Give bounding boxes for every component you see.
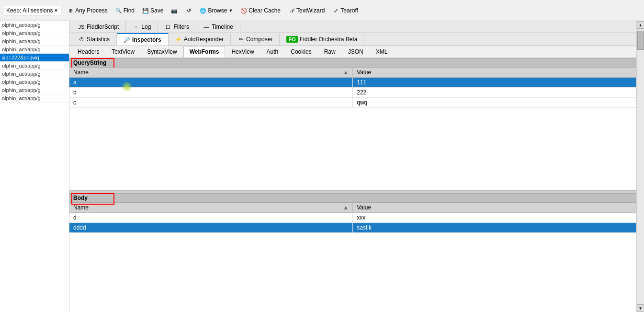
body-label: Body xyxy=(73,195,88,201)
left-panel-item[interactable]: olphin_act/app/g xyxy=(0,86,69,94)
subtab-textview[interactable]: TextView xyxy=(105,46,141,58)
qs-name-header: Name ▲ xyxy=(69,68,353,78)
find-icon: 🔍 xyxy=(115,7,122,14)
qs-row-name: a xyxy=(69,78,353,88)
tearoff-button[interactable]: ⤢ Tearoff xyxy=(330,6,360,15)
refresh-button[interactable]: ↺ xyxy=(183,6,194,15)
scroll-thumb[interactable] xyxy=(637,31,644,50)
tab-fiddlerscript[interactable]: JS FiddlerScript xyxy=(71,21,126,33)
tab-log-label: Log xyxy=(141,23,151,30)
inspectors-icon: 🔎 xyxy=(124,36,130,43)
table-row[interactable]: dddd sasl;k xyxy=(69,222,636,232)
tab-statistics-label: Statistics xyxy=(87,36,110,43)
qs-row-value: 222 xyxy=(353,88,636,98)
tab-fiddler-orchestra-label: Fiddler Orchestra Beta xyxy=(300,36,358,43)
body-row-name: dddd xyxy=(69,222,353,232)
body-row-value: xxx xyxy=(353,212,636,222)
clear-cache-label: Clear Cache xyxy=(249,7,281,14)
textwizard-label: TextWizard xyxy=(296,7,325,14)
left-panel-item-selected[interactable]: &b=222&c=qwq xyxy=(0,54,69,62)
scroll-up-arrow[interactable]: ▲ xyxy=(637,21,644,29)
querystring-table: Name ▲ Value a 111 xyxy=(69,68,636,108)
subtab-json[interactable]: JSON xyxy=(342,46,370,58)
left-panel: olphin_act/app/g olphin_act/app/g olphin… xyxy=(0,21,69,312)
body-header: Body xyxy=(69,193,636,203)
left-panel-item[interactable]: olphin_act/app/g xyxy=(0,70,69,78)
left-panel-item[interactable]: olphin_act/app/g xyxy=(0,21,69,29)
toolbar: Keep: All sessions ▼ ⊕ Any Process 🔍 Fin… xyxy=(0,0,644,21)
tab-timeline[interactable]: — Timeline xyxy=(196,21,240,33)
left-panel-item[interactable]: olphin_act/app/g xyxy=(0,62,69,70)
subtab-webforms[interactable]: WebForms xyxy=(183,46,226,58)
camera-button[interactable]: 📷 xyxy=(169,6,180,15)
querystring-table-wrapper[interactable]: Name ▲ Value a 111 xyxy=(69,68,636,190)
body-row-name: d xyxy=(69,212,353,222)
subtab-cookies[interactable]: Cookies xyxy=(284,46,317,58)
querystring-section: QueryString Name ▲ xyxy=(69,58,636,190)
filters-icon: ☐ xyxy=(165,23,171,30)
main-layout: olphin_act/app/g olphin_act/app/g olphin… xyxy=(0,21,644,312)
content-area: QueryString Name ▲ xyxy=(69,58,636,312)
tab-autoresponder[interactable]: ⚡ AutoResponder xyxy=(169,34,231,45)
table-row[interactable]: c qwq xyxy=(69,98,636,108)
querystring-label: QueryString xyxy=(73,59,106,66)
body-table-wrapper[interactable]: Name ▲ Value d xxx xyxy=(69,203,636,312)
body-section: Body Name ▲ Value xyxy=(69,193,636,312)
left-panel-item[interactable]: olphin_act/app/g xyxy=(0,46,69,54)
statistics-icon: ⏱ xyxy=(78,36,85,43)
tab-filters[interactable]: ☐ Filters xyxy=(158,21,196,33)
browse-arrow: ▼ xyxy=(228,8,233,13)
save-button[interactable]: 💾 Save xyxy=(140,6,165,15)
scroll-down-arrow[interactable]: ▼ xyxy=(637,304,644,312)
body-sort-arrow: ▲ xyxy=(343,204,349,211)
qs-row-name: b xyxy=(69,88,353,98)
crosshair-icon: ⊕ xyxy=(67,7,74,14)
body-row-value: sasl;k xyxy=(353,222,636,232)
subtab-raw[interactable]: Raw xyxy=(318,46,342,58)
tab-inspectors[interactable]: 🔎 Inspectors xyxy=(117,33,169,46)
subtab-auth[interactable]: Auth xyxy=(260,46,285,58)
clear-cache-button[interactable]: 🚫 Clear Cache xyxy=(238,6,282,15)
keep-sessions-dropdown[interactable]: Keep: All sessions ▼ xyxy=(3,6,61,15)
any-process-button[interactable]: ⊕ Any Process xyxy=(65,6,109,15)
save-label: Save xyxy=(150,7,163,14)
any-process-label: Any Process xyxy=(75,7,107,14)
tearoff-label: Tearoff xyxy=(340,7,358,14)
subtab-xml[interactable]: XML xyxy=(370,46,394,58)
refresh-icon: ↺ xyxy=(185,7,192,14)
left-panel-item[interactable]: olphin_act/app/g xyxy=(0,78,69,86)
qs-row-value: qwq xyxy=(353,98,636,108)
composer-icon: ✏ xyxy=(237,36,244,43)
timeline-icon: — xyxy=(203,23,210,30)
browse-dropdown[interactable]: 🌐 Browse ▼ xyxy=(198,6,235,15)
right-panel: JS FiddlerScript ≡ Log ☐ Filters — Timel… xyxy=(69,21,636,312)
subtab-hexview[interactable]: HexView xyxy=(225,46,260,58)
browse-label: Browse xyxy=(208,7,227,14)
tab-row-1: JS FiddlerScript ≡ Log ☐ Filters — Timel… xyxy=(69,21,636,33)
left-panel-item[interactable]: olphin_act/app/g xyxy=(0,94,69,103)
body-value-header: Value xyxy=(353,203,636,213)
table-row[interactable]: d xxx xyxy=(69,212,636,222)
find-button[interactable]: 🔍 Find xyxy=(113,6,136,15)
tab-composer[interactable]: ✏ Composer xyxy=(231,34,280,45)
save-icon: 💾 xyxy=(142,7,149,14)
textwizard-button[interactable]: 𝒯 TextWizard xyxy=(286,6,327,15)
left-panel-item[interactable]: olphin_act/app/g xyxy=(0,29,69,37)
table-row[interactable]: b 222 xyxy=(69,88,636,98)
tab-statistics[interactable]: ⏱ Statistics xyxy=(71,34,117,45)
left-panel-item[interactable]: olphin_act/app/g xyxy=(0,37,69,46)
scroll-track[interactable] xyxy=(637,29,644,304)
clear-cache-icon: 🚫 xyxy=(240,7,247,14)
tab-composer-label: Composer xyxy=(246,36,272,43)
subtab-headers[interactable]: Headers xyxy=(71,46,105,58)
tab-inspectors-label: Inspectors xyxy=(132,36,161,43)
tab-log[interactable]: ≡ Log xyxy=(126,21,158,33)
browse-icon: 🌐 xyxy=(200,7,206,14)
table-row[interactable]: a 111 xyxy=(69,78,636,88)
subtab-row: Headers TextView SyntaxView WebForms Hex… xyxy=(69,46,636,58)
subtab-syntaxview[interactable]: SyntaxView xyxy=(141,46,183,58)
tab-fiddler-orchestra[interactable]: FO Fiddler Orchestra Beta xyxy=(280,34,364,45)
tab-autoresponder-label: AutoResponder xyxy=(184,36,224,43)
textwizard-icon: 𝒯 xyxy=(288,7,295,14)
tab-row-2: ⏱ Statistics 🔎 Inspectors ⚡ AutoResponde… xyxy=(69,33,636,46)
